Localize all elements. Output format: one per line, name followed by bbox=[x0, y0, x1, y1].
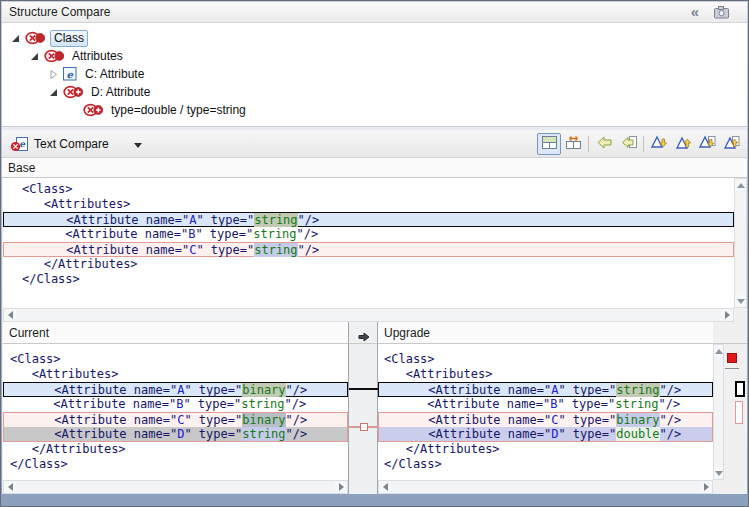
screenshot-button[interactable] bbox=[714, 5, 731, 20]
code-line[interactable]: <Attribute name="A" type="string"/> bbox=[378, 382, 713, 397]
tree-item-class[interactable]: Class bbox=[2, 29, 747, 47]
code-segment: " type=" bbox=[196, 243, 254, 257]
conflict-change-marker[interactable] bbox=[735, 401, 743, 424]
tree-item-label[interactable]: type=double / type=string bbox=[108, 103, 249, 118]
code-line[interactable]: </Class> bbox=[3, 272, 734, 287]
expander-collapsed-icon[interactable] bbox=[48, 69, 59, 80]
tree-item-label[interactable]: D: Attribute bbox=[88, 85, 153, 100]
tree-item-label[interactable]: Attributes bbox=[69, 49, 126, 64]
code-line[interactable]: <Attribute name="A" type="string"/> bbox=[3, 212, 734, 227]
base-horizontal-scrollbar[interactable] bbox=[3, 308, 734, 322]
tree-item-c-attribute[interactable]: eC: Attribute bbox=[2, 65, 747, 83]
current-horizontal-scrollbar[interactable] bbox=[3, 480, 348, 494]
conflict-connector-handle[interactable] bbox=[360, 423, 368, 431]
expander-expanded-icon[interactable] bbox=[48, 87, 59, 98]
upgrade-editor[interactable]: <Class> <Attributes> <Attribute name="A"… bbox=[378, 344, 713, 480]
arrow-left-icon bbox=[383, 483, 388, 491]
scroll-up-button[interactable] bbox=[735, 179, 746, 191]
copy-all-right-to-left-button[interactable] bbox=[592, 133, 616, 155]
tree-item-d-attribute[interactable]: D: Attribute bbox=[2, 83, 747, 101]
expander-expanded-icon[interactable] bbox=[10, 33, 21, 44]
code-segment: </Class> bbox=[10, 457, 68, 471]
next-change-button[interactable] bbox=[695, 133, 719, 155]
code-line[interactable]: <Attribute name="B" type="string"/> bbox=[3, 227, 734, 242]
code-line[interactable]: </Attributes> bbox=[3, 442, 348, 457]
code-line[interactable]: <Class> bbox=[3, 352, 348, 367]
chevron-down-icon[interactable] bbox=[134, 143, 142, 148]
code-segment: <Attribute name=" bbox=[11, 413, 177, 427]
code-line[interactable]: <Attributes> bbox=[3, 197, 734, 212]
collapse-chevrons-button[interactable]: « bbox=[685, 3, 705, 22]
next-difference-button[interactable] bbox=[647, 133, 671, 155]
code-line[interactable]: </Attributes> bbox=[3, 257, 734, 272]
copy-current-right-to-left-button[interactable] bbox=[616, 133, 640, 155]
scroll-down-button[interactable] bbox=[714, 467, 723, 479]
code-line[interactable]: <Attribute name="D" type="string"/> bbox=[3, 427, 348, 442]
previous-change-button[interactable] bbox=[719, 133, 743, 155]
tree-item-attributes[interactable]: Attributes bbox=[2, 47, 747, 65]
overview-ruler bbox=[724, 344, 747, 480]
code-line[interactable]: <Attribute name="A" type="binary"/> bbox=[3, 382, 348, 397]
tree-item-label[interactable]: Class bbox=[50, 30, 88, 47]
scroll-right-button[interactable] bbox=[721, 309, 733, 321]
code-line[interactable]: <Attribute name="B" type="string"/> bbox=[378, 397, 713, 412]
arrow-right-icon bbox=[725, 311, 730, 319]
arrow-down-icon bbox=[715, 471, 723, 476]
scroll-left-button[interactable] bbox=[4, 481, 16, 493]
code-line[interactable]: <Attribute name="D" type="double"/> bbox=[378, 427, 713, 442]
scroll-left-button[interactable] bbox=[4, 309, 16, 321]
code-segment: "/> bbox=[659, 397, 681, 411]
scrollbar-corner bbox=[734, 308, 747, 322]
structure-compare-header: Structure Compare « bbox=[2, 2, 747, 23]
code-line[interactable]: <Attribute name="C" type="string"/> bbox=[3, 242, 734, 257]
code-line[interactable]: <Attribute name="B" type="string"/> bbox=[3, 397, 348, 412]
code-segment: "/> bbox=[298, 243, 320, 257]
show-ancestor-pane-button[interactable] bbox=[537, 133, 561, 155]
scroll-down-button[interactable] bbox=[735, 295, 746, 307]
code-segment: binary bbox=[242, 383, 285, 397]
selected-change-marker[interactable] bbox=[735, 381, 745, 397]
code-segment: <Attribute name=" bbox=[23, 243, 189, 257]
overall-conflict-indicator bbox=[727, 353, 737, 363]
base-vertical-scrollbar[interactable] bbox=[734, 178, 747, 308]
structure-compare-tree[interactable]: ClassAttributeseC: AttributeD: Attribute… bbox=[2, 23, 747, 127]
element-e-icon: e bbox=[63, 67, 77, 81]
tree-item-type-double-type-string[interactable]: type=double / type=string bbox=[2, 101, 747, 119]
expander-expanded-icon[interactable] bbox=[29, 51, 40, 62]
upgrade-pane-label: Upgrade bbox=[378, 322, 713, 344]
code-line[interactable]: <Attribute name="C" type="binary"/> bbox=[378, 412, 713, 427]
conflict-icon bbox=[44, 49, 64, 63]
base-editor[interactable]: <Class> <Attributes> <Attribute name="A"… bbox=[3, 178, 734, 308]
scroll-right-button[interactable] bbox=[335, 481, 347, 493]
code-segment: <Attributes> bbox=[22, 197, 130, 211]
current-editor[interactable]: <Class> <Attributes> <Attribute name="A"… bbox=[3, 344, 348, 480]
text-compare-editor-icon: e bbox=[10, 136, 31, 157]
code-line[interactable]: </Class> bbox=[378, 457, 713, 472]
swap-left-right-button[interactable] bbox=[561, 133, 585, 155]
code-line[interactable]: <Attributes> bbox=[378, 367, 713, 382]
scroll-left-button[interactable] bbox=[379, 481, 391, 493]
code-segment: <Attribute name=" bbox=[22, 227, 188, 241]
code-segment: binary bbox=[242, 413, 285, 427]
text-compare-menu[interactable]: Text Compare bbox=[34, 130, 109, 158]
upgrade-vertical-scrollbar[interactable] bbox=[713, 344, 724, 480]
code-segment: <Attribute name=" bbox=[385, 383, 551, 397]
compare-editor-content: Structure Compare « ClassAttributeseC: A… bbox=[2, 2, 747, 494]
code-line[interactable]: </Attributes> bbox=[378, 442, 713, 457]
scroll-up-button[interactable] bbox=[714, 345, 723, 357]
scroll-right-button[interactable] bbox=[700, 481, 712, 493]
code-segment: string bbox=[615, 397, 658, 411]
code-line[interactable]: <Attribute name="C" type="binary"/> bbox=[3, 412, 348, 427]
code-line[interactable]: <Class> bbox=[378, 352, 713, 367]
upgrade-horizontal-scrollbar[interactable] bbox=[378, 480, 713, 494]
code-line[interactable]: <Class> bbox=[3, 182, 734, 197]
previous-difference-button[interactable] bbox=[671, 133, 695, 155]
tree-item-label[interactable]: C: Attribute bbox=[82, 67, 147, 82]
code-line[interactable]: </Class> bbox=[3, 457, 348, 472]
double-chevron-left-icon: « bbox=[691, 3, 699, 20]
arrow-right-icon bbox=[339, 483, 344, 491]
code-line[interactable]: <Attributes> bbox=[3, 367, 348, 382]
previous-difference-icon bbox=[674, 135, 692, 154]
code-segment: string bbox=[241, 397, 284, 411]
swap-panes-icon bbox=[565, 135, 582, 154]
